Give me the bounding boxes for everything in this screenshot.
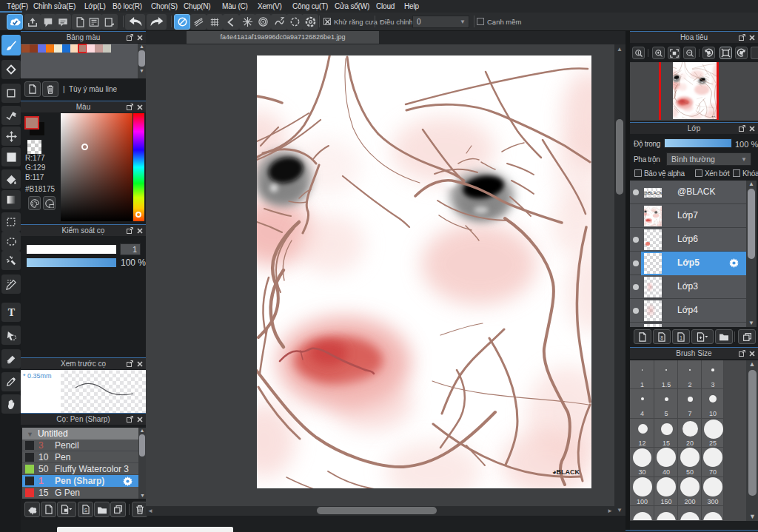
svg-text:1: 1 <box>680 334 682 340</box>
svg-text:S: S <box>84 508 87 513</box>
svg-text:T: T <box>7 307 15 318</box>
svg-text:@BLACK: @BLACK <box>644 191 662 195</box>
svg-text:8: 8 <box>660 334 663 340</box>
